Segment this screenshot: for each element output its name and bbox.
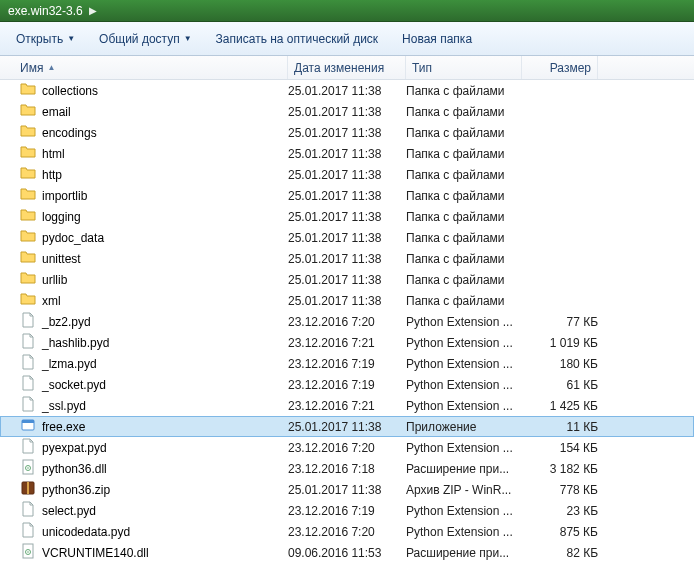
cell-date: 25.01.2017 11:38 <box>288 189 406 203</box>
pyd-icon <box>20 438 36 457</box>
dll-icon <box>20 543 36 562</box>
file-name: http <box>42 168 62 182</box>
cell-name: pyexpat.pyd <box>20 438 288 457</box>
burn-button[interactable]: Записать на оптический диск <box>206 28 389 50</box>
cell-size: 77 КБ <box>522 315 598 329</box>
column-header-type[interactable]: Тип <box>406 56 522 79</box>
pyd-icon <box>20 375 36 394</box>
breadcrumb[interactable]: exe.win32-3.6 ▶ <box>0 0 694 22</box>
table-row[interactable]: _hashlib.pyd23.12.2016 7:21Python Extens… <box>0 332 694 353</box>
column-header-date[interactable]: Дата изменения <box>288 56 406 79</box>
table-row[interactable]: pydoc_data25.01.2017 11:38Папка с файлам… <box>0 227 694 248</box>
file-name: importlib <box>42 189 87 203</box>
file-name: python36.dll <box>42 462 107 476</box>
cell-type: Python Extension ... <box>406 399 522 413</box>
cell-name: python36.zip <box>20 480 288 499</box>
folder-icon <box>20 249 36 268</box>
file-name: encodings <box>42 126 97 140</box>
table-row[interactable]: VCRUNTIME140.dll09.06.2016 11:53Расширен… <box>0 542 694 563</box>
cell-date: 25.01.2017 11:38 <box>288 210 406 224</box>
new-folder-button[interactable]: Новая папка <box>392 28 482 50</box>
pyd-icon <box>20 501 36 520</box>
pyd-icon <box>20 522 36 541</box>
column-header-size[interactable]: Размер <box>522 56 598 79</box>
cell-date: 25.01.2017 11:38 <box>288 252 406 266</box>
cell-name: _lzma.pyd <box>20 354 288 373</box>
table-row[interactable]: python36.dll23.12.2016 7:18Расширение пр… <box>0 458 694 479</box>
share-button[interactable]: Общий доступ ▼ <box>89 28 202 50</box>
table-row[interactable]: urllib25.01.2017 11:38Папка с файлами <box>0 269 694 290</box>
folder-icon <box>20 186 36 205</box>
table-row[interactable]: http25.01.2017 11:38Папка с файлами <box>0 164 694 185</box>
cell-name: select.pyd <box>20 501 288 520</box>
file-name: email <box>42 105 71 119</box>
folder-icon <box>20 228 36 247</box>
file-name: _lzma.pyd <box>42 357 97 371</box>
cell-name: xml <box>20 291 288 310</box>
table-row[interactable]: encodings25.01.2017 11:38Папка с файлами <box>0 122 694 143</box>
cell-name: unicodedata.pyd <box>20 522 288 541</box>
cell-type: Приложение <box>406 420 522 434</box>
cell-name: _socket.pyd <box>20 375 288 394</box>
table-row[interactable]: logging25.01.2017 11:38Папка с файлами <box>0 206 694 227</box>
cell-date: 25.01.2017 11:38 <box>288 147 406 161</box>
cell-name: pydoc_data <box>20 228 288 247</box>
cell-type: Папка с файлами <box>406 231 522 245</box>
cell-type: Python Extension ... <box>406 357 522 371</box>
cell-name: VCRUNTIME140.dll <box>20 543 288 562</box>
toolbar: Открыть ▼ Общий доступ ▼ Записать на опт… <box>0 22 694 56</box>
table-row[interactable]: free.exe25.01.2017 11:38Приложение11 КБ <box>0 416 694 437</box>
table-row[interactable]: _socket.pyd23.12.2016 7:19Python Extensi… <box>0 374 694 395</box>
column-header-date-label: Дата изменения <box>294 61 384 75</box>
cell-name: _bz2.pyd <box>20 312 288 331</box>
cell-size: 154 КБ <box>522 441 598 455</box>
svg-rect-6 <box>27 482 29 494</box>
cell-date: 23.12.2016 7:18 <box>288 462 406 476</box>
table-row[interactable]: _ssl.pyd23.12.2016 7:21Python Extension … <box>0 395 694 416</box>
cell-type: Папка с файлами <box>406 105 522 119</box>
table-row[interactable]: unittest25.01.2017 11:38Папка с файлами <box>0 248 694 269</box>
cell-date: 25.01.2017 11:38 <box>288 168 406 182</box>
cell-date: 23.12.2016 7:21 <box>288 399 406 413</box>
cell-date: 23.12.2016 7:20 <box>288 315 406 329</box>
cell-type: Папка с файлами <box>406 294 522 308</box>
column-header-size-label: Размер <box>550 61 591 75</box>
cell-name: importlib <box>20 186 288 205</box>
table-row[interactable]: _lzma.pyd23.12.2016 7:19Python Extension… <box>0 353 694 374</box>
burn-label: Записать на оптический диск <box>216 32 379 46</box>
column-header-name[interactable]: Имя ▲ <box>0 56 288 79</box>
cell-type: Папка с файлами <box>406 168 522 182</box>
breadcrumb-item[interactable]: exe.win32-3.6 ▶ <box>8 4 97 18</box>
table-row[interactable]: importlib25.01.2017 11:38Папка с файлами <box>0 185 694 206</box>
table-row[interactable]: email25.01.2017 11:38Папка с файлами <box>0 101 694 122</box>
folder-icon <box>20 165 36 184</box>
svg-rect-1 <box>22 420 34 423</box>
cell-type: Python Extension ... <box>406 315 522 329</box>
cell-date: 25.01.2017 11:38 <box>288 483 406 497</box>
cell-date: 25.01.2017 11:38 <box>288 84 406 98</box>
table-row[interactable]: xml25.01.2017 11:38Папка с файлами <box>0 290 694 311</box>
svg-rect-7 <box>23 544 33 558</box>
cell-date: 25.01.2017 11:38 <box>288 273 406 287</box>
pyd-icon <box>20 312 36 331</box>
table-row[interactable]: html25.01.2017 11:38Папка с файлами <box>0 143 694 164</box>
column-header-row: Имя ▲ Дата изменения Тип Размер <box>0 56 694 80</box>
table-row[interactable]: collections25.01.2017 11:38Папка с файла… <box>0 80 694 101</box>
cell-name: _ssl.pyd <box>20 396 288 415</box>
folder-icon <box>20 144 36 163</box>
cell-type: Расширение при... <box>406 462 522 476</box>
chevron-right-icon: ▶ <box>89 5 97 16</box>
pyd-icon <box>20 333 36 352</box>
cell-type: Папка с файлами <box>406 252 522 266</box>
table-row[interactable]: pyexpat.pyd23.12.2016 7:20Python Extensi… <box>0 437 694 458</box>
table-row[interactable]: unicodedata.pyd23.12.2016 7:20Python Ext… <box>0 521 694 542</box>
file-list[interactable]: collections25.01.2017 11:38Папка с файла… <box>0 80 694 578</box>
table-row[interactable]: select.pyd23.12.2016 7:19Python Extensio… <box>0 500 694 521</box>
file-name: unittest <box>42 252 81 266</box>
open-button[interactable]: Открыть ▼ <box>6 28 85 50</box>
column-header-name-label: Имя <box>20 61 43 75</box>
zip-icon <box>20 480 36 499</box>
table-row[interactable]: python36.zip25.01.2017 11:38Архив ZIP - … <box>0 479 694 500</box>
pyd-icon <box>20 396 36 415</box>
table-row[interactable]: _bz2.pyd23.12.2016 7:20Python Extension … <box>0 311 694 332</box>
